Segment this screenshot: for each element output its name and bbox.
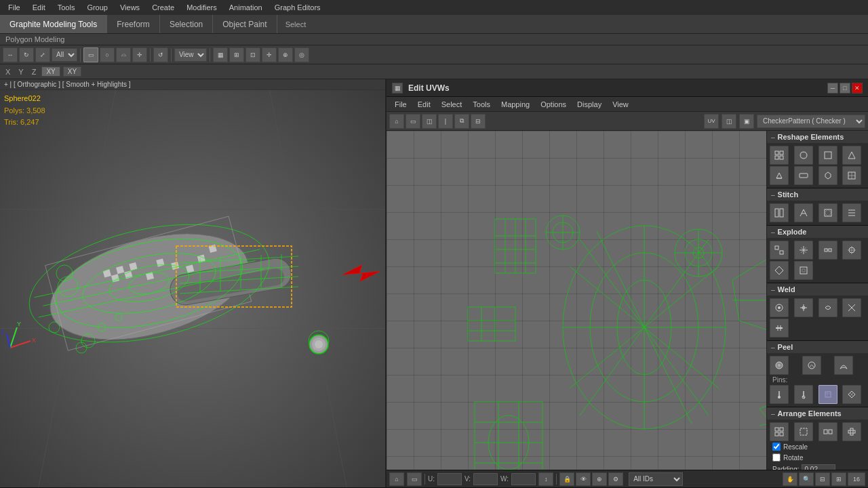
rotate-icon[interactable]: ↻ [19,47,34,62]
uv-select2-icon[interactable]: ▭ [407,472,422,486]
axis-xyz[interactable]: XY [63,66,81,77]
minimize-button[interactable]: ─ [827,83,838,94]
axis-xy[interactable]: XY [41,66,60,77]
menu-create[interactable]: Create [146,2,180,13]
section-reshape-header[interactable]: – Reshape Elements [767,131,868,143]
section-peel-header[interactable]: – Peel [767,341,868,353]
uv-lock-icon[interactable]: 🔒 [559,472,574,486]
w-input[interactable] [511,473,536,485]
filter-select[interactable]: All [52,48,77,62]
menu-views[interactable]: Views [115,2,145,13]
viewport-icon3[interactable]: ⊡ [245,47,260,62]
uv-eye-icon[interactable]: 👁 [576,472,591,486]
view-select[interactable]: View [174,48,207,62]
reshape-tool-8[interactable] [842,166,861,185]
uv-view2-icon[interactable]: ◫ [722,114,736,129]
reshape-tool-5[interactable] [770,166,789,185]
uv-menu-options[interactable]: Options [535,99,572,110]
u-input[interactable] [437,473,462,485]
rotate-tool-icon[interactable]: ↺ [153,47,168,62]
weld-tool-5[interactable] [770,319,789,338]
arrange-tool-4[interactable] [842,422,861,441]
reshape-tool-4[interactable] [842,146,861,165]
menu-edit[interactable]: Edit [27,2,51,13]
section-stitch-header[interactable]: – Stitch [767,188,868,201]
section-explode-header[interactable]: – Explode [767,226,868,238]
reshape-tool-1[interactable] [770,146,789,165]
move-icon[interactable]: ↔ [3,47,18,62]
viewport-icon1[interactable]: ▦ [213,47,228,62]
uv-select-icon[interactable]: ◫ [422,114,437,129]
menu-graph-editors[interactable]: Graph Editors [269,2,326,13]
explode-tool-2[interactable] [794,241,813,260]
select-circle-icon[interactable]: ○ [100,47,115,62]
checker-pattern-select[interactable]: CheckerPattern ( Checker ) [757,115,865,128]
peel-tool-2[interactable] [802,356,821,375]
pin-tool-4[interactable] [842,385,861,404]
select-move-icon[interactable]: ✛ [132,47,147,62]
uv-tool3-icon[interactable]: ⊟ [471,114,486,129]
uv-menu-select[interactable]: Select [436,99,468,110]
all-ids-select[interactable]: All IDs [629,472,683,486]
explode-tool-4[interactable] [842,241,861,260]
select-rect-icon[interactable]: ▭ [83,47,98,62]
peel-tool-1[interactable] [770,356,789,375]
viewport-icon4[interactable]: ✛ [262,47,277,62]
uv-zoom-in-icon[interactable]: 🔍 [799,472,814,486]
uv-canvas[interactable] [387,131,766,470]
uv-magnet-icon[interactable]: ⊕ [592,472,607,486]
tab-object-paint[interactable]: Object Paint [213,15,277,33]
pin-tool-3[interactable] [818,385,837,404]
explode-tool-1[interactable] [770,241,789,260]
uv-paint-icon[interactable]: | [438,114,453,129]
viewport-canvas[interactable]: X Y Z Sphere022 Polys: 3,508 Tris: 6,247 [0,90,385,487]
explode-tool-6[interactable] [794,261,813,280]
uv-menu-edit[interactable]: Edit [412,99,436,110]
explode-tool-3[interactable] [818,241,837,260]
uv-arrow-icon[interactable]: ↕ [538,472,553,486]
viewport-icon5[interactable]: ⊕ [278,47,293,62]
stitch-tool-1[interactable] [770,203,789,222]
section-arrange-header[interactable]: – Arrange Elements [767,407,868,420]
reshape-tool-2[interactable] [794,146,813,165]
pin-tool-2[interactable] [794,385,813,404]
menu-animation[interactable]: Animation [224,2,268,13]
arrange-tool-2[interactable] [794,422,813,441]
reshape-tool-3[interactable] [818,146,837,165]
menu-file[interactable]: File [3,2,26,13]
uv-nav-icon[interactable]: ⌂ [389,472,404,486]
viewport-icon2[interactable]: ⊞ [229,47,244,62]
uv-menu-display[interactable]: Display [572,99,607,110]
weld-tool-2[interactable] [794,298,813,317]
uv-menu-view[interactable]: View [607,99,634,110]
menu-modifiers[interactable]: Modifiers [181,2,222,13]
padding-input[interactable] [802,464,835,470]
uv-zoom-out-icon[interactable]: ⊟ [815,472,830,486]
stitch-tool-3[interactable] [818,203,837,222]
tab-freeform[interactable]: Freeform [107,15,160,33]
menu-group[interactable]: Group [81,2,113,13]
stitch-tool-4[interactable] [842,203,861,222]
viewport-icon6[interactable]: ◎ [294,47,309,62]
uv-tool2-icon[interactable]: ⧉ [454,114,469,129]
uv-menu-file[interactable]: File [389,99,412,110]
weld-tool-3[interactable] [818,298,837,317]
uv-fit-icon[interactable]: ⊞ [831,472,846,486]
rescale-checkbox[interactable] [772,443,781,451]
weld-tool-4[interactable] [842,298,861,317]
close-button[interactable]: ✕ [852,83,863,94]
reshape-tool-7[interactable] [818,166,837,185]
tab-selection[interactable]: Selection [160,15,213,33]
select-lasso-icon[interactable]: ⌓ [116,47,131,62]
v-input[interactable] [473,473,498,485]
arrange-tool-3[interactable] [818,422,837,441]
section-weld-header[interactable]: – Weld [767,283,868,296]
peel-tool-3[interactable] [834,356,853,375]
stitch-tool-2[interactable] [794,203,813,222]
explode-tool-5[interactable] [770,261,789,280]
maximize-button[interactable]: □ [840,83,850,94]
uv-uvw-icon[interactable]: UV [704,114,719,129]
arrange-tool-1[interactable] [770,422,789,441]
uv-view3-icon[interactable]: ▣ [739,114,754,129]
uv-settings-icon[interactable]: ⚙ [608,472,623,486]
